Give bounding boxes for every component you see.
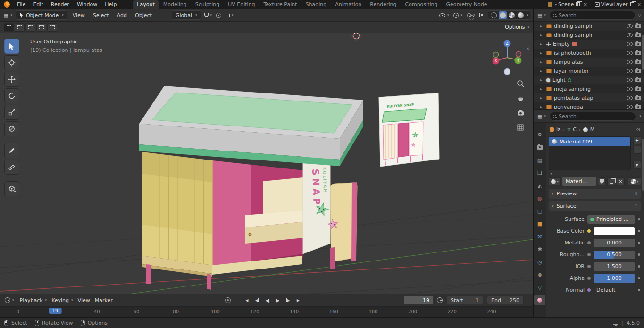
workspace-tab-modeling[interactable]: Modeling — [159, 0, 191, 9]
tab-object[interactable]: ■ — [534, 219, 545, 229]
previous-keyframe-button[interactable]: ◀ — [252, 296, 261, 304]
hide-in-viewport-eye-icon[interactable] — [627, 96, 633, 100]
hide-in-viewport-eye-icon[interactable] — [627, 87, 633, 91]
select-mode-new-button[interactable] — [4, 23, 14, 32]
select-mode-subtract-button[interactable] — [25, 23, 35, 32]
tool-rotate[interactable] — [4, 88, 19, 103]
list-filter-toggle-icon[interactable]: ▸ — [551, 171, 554, 176]
menu-object[interactable]: Object — [132, 12, 155, 18]
editor-type-button[interactable]: ▦▾ — [3, 12, 13, 18]
start-frame-field[interactable]: Start1 — [446, 296, 483, 304]
scene-name[interactable]: Scene — [558, 1, 574, 8]
tab-particles[interactable]: ✱ — [534, 244, 545, 254]
shading-solid-button[interactable] — [499, 11, 507, 19]
disclosure-triangle-icon[interactable]: ▸ — [540, 105, 544, 109]
properties-search-input[interactable] — [559, 113, 633, 119]
snap-magnet-button[interactable]: ▾ — [203, 13, 213, 17]
outliner-item-label[interactable]: dinding sampir — [554, 23, 593, 29]
hide-in-viewport-eye-icon[interactable] — [627, 24, 633, 28]
next-keyframe-button[interactable]: ▶ — [284, 296, 293, 304]
current-frame-field[interactable]: 19 — [404, 296, 433, 304]
menu-file[interactable]: File — [13, 1, 29, 8]
base-color-swatch[interactable] — [594, 227, 635, 235]
proportional-editing-button[interactable] — [215, 13, 222, 18]
viewport-3d[interactable]: SNAP KULIYAH — [0, 22, 533, 294]
disclosure-triangle-icon[interactable]: ▸ — [540, 69, 544, 73]
outliner-item-label[interactable]: layar monitor — [554, 68, 589, 74]
zoom-button[interactable] — [514, 77, 527, 90]
play-button[interactable]: ▶ — [273, 296, 282, 304]
menu-view[interactable]: View — [70, 12, 88, 18]
playhead-current-frame[interactable]: 19 — [49, 308, 62, 314]
pin-icon[interactable]: ⊙ — [636, 127, 640, 132]
workspace-tab-animation[interactable]: Animation — [331, 0, 366, 9]
breadcrumb-material[interactable]: M — [590, 126, 595, 133]
tab-object-data[interactable]: ▽ — [534, 282, 545, 293]
normal-value[interactable]: Default — [594, 287, 635, 293]
toggle-ortho-button[interactable] — [514, 121, 527, 134]
animate-dot-icon[interactable] — [638, 277, 640, 279]
disable-in-render-camera-icon[interactable] — [635, 24, 641, 28]
outliner-item-label[interactable]: Light — [552, 77, 565, 83]
disable-in-render-camera-icon[interactable] — [635, 60, 641, 64]
use-nodes-button[interactable]: ▾ — [628, 177, 641, 185]
menu-select[interactable]: Select — [90, 12, 112, 18]
disclosure-triangle-icon[interactable]: ▸ — [540, 33, 544, 37]
auto-keying-toggle[interactable] — [225, 297, 231, 303]
ior-slider[interactable]: 1.500 — [594, 262, 635, 271]
transform-orientation-dropdown[interactable]: Global▾ — [172, 10, 201, 20]
tool-add-cube[interactable] — [4, 181, 19, 196]
gizmo-z-axis[interactable]: Z — [504, 40, 511, 47]
menu-window[interactable]: Window — [73, 1, 101, 8]
metallic-slider[interactable]: 0.000 — [594, 239, 635, 247]
reference-image-object[interactable]: KULIYAH SNAP — [379, 93, 439, 167]
mode-dropdown[interactable]: Object Mode▾ — [16, 10, 67, 20]
hide-in-viewport-eye-icon[interactable] — [627, 78, 633, 82]
outliner-row[interactable]: ▸ Empty — [534, 40, 644, 49]
outliner-item-label[interactable]: Empty — [553, 41, 569, 47]
gizmo-minus-y[interactable] — [493, 52, 499, 58]
tool-move[interactable] — [4, 72, 19, 87]
outliner-row[interactable]: ▸ pembatas atap — [534, 93, 644, 102]
scene-icon[interactable] — [548, 2, 552, 7]
outliner-item-label[interactable]: dinding sampir — [554, 32, 593, 38]
disclosure-triangle-icon[interactable]: ▸ — [540, 78, 544, 82]
tool-annotate[interactable] — [4, 143, 19, 158]
shading-material-button[interactable] — [508, 11, 516, 19]
disclosure-triangle-icon[interactable]: ▸ — [540, 42, 544, 46]
properties-editor-type-button[interactable]: ▦▾ — [536, 113, 547, 119]
gizmo-minus-z[interactable] — [504, 69, 510, 75]
hide-in-viewport-eye-icon[interactable] — [627, 51, 633, 55]
tool-options-dropdown[interactable]: Options▾ — [505, 24, 529, 30]
navigation-gizmo[interactable]: Z X Y — [493, 40, 522, 75]
disable-in-render-camera-icon[interactable] — [635, 51, 641, 55]
hide-in-viewport-eye-icon[interactable] — [627, 69, 633, 73]
workspace-tab-layout[interactable]: Layout — [133, 0, 159, 9]
select-mode-invert-button[interactable] — [36, 23, 46, 32]
snap-target-dropdown[interactable]: ▾ — [225, 13, 234, 17]
outliner-item-label[interactable]: pembatas atap — [554, 95, 593, 101]
menu-add[interactable]: Add — [114, 12, 130, 18]
outliner-editor-type-button[interactable]: ▤▾ — [536, 12, 547, 18]
timeline-view-menu[interactable]: View — [78, 297, 90, 303]
disclosure-triangle-icon[interactable]: ▸ — [540, 60, 544, 64]
tab-render[interactable] — [534, 142, 545, 152]
outliner-search-input[interactable] — [559, 12, 632, 18]
gizmo-y-axis[interactable]: Y — [515, 57, 522, 64]
disclosure-triangle-icon[interactable]: ▸ — [540, 51, 544, 55]
end-frame-field[interactable]: End250 — [487, 296, 524, 304]
shading-rendered-button[interactable] — [517, 11, 525, 19]
browse-material-button[interactable]: ▾ — [549, 177, 561, 185]
material-slot-list[interactable]: Material.009 — [549, 136, 631, 170]
tab-view-layer[interactable]: ❏ — [534, 168, 545, 178]
animate-dot-icon[interactable] — [638, 289, 640, 291]
tool-transform[interactable] — [4, 121, 19, 136]
tab-tool[interactable]: ⚙ — [534, 129, 545, 140]
add-slot-button[interactable]: + — [633, 136, 641, 144]
outliner-scrollbar[interactable] — [642, 35, 644, 70]
breadcrumb-object[interactable]: la — [556, 126, 561, 133]
shading-options-chevron-icon[interactable]: ▾ — [527, 13, 528, 17]
menu-render[interactable]: Render — [47, 1, 73, 8]
tab-scene[interactable]: ◭ — [534, 180, 545, 191]
remove-viewlayer-button[interactable]: × — [636, 2, 642, 7]
